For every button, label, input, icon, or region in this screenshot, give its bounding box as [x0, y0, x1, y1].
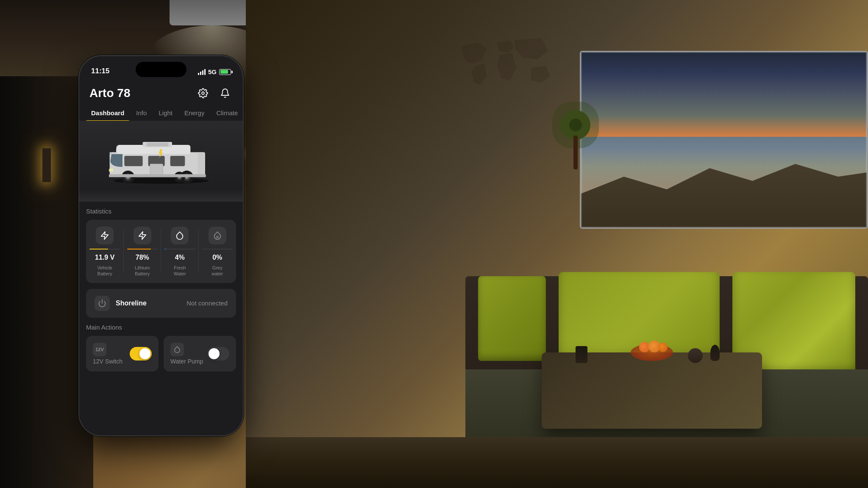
status-icons: 5G: [198, 68, 231, 75]
tab-climate[interactable]: Climate: [211, 106, 243, 121]
svg-rect-3: [198, 152, 205, 176]
phone-frame: 11:15 5G Arto 78: [78, 55, 244, 436]
dynamic-island: [136, 62, 186, 77]
shoreline-card[interactable]: Shoreline Not connected: [86, 289, 236, 318]
statistics-grid: 11.9 V VehicleBattery 78%: [86, 220, 236, 283]
shoreline-label: Shoreline: [116, 299, 147, 307]
battery-icon: [219, 69, 231, 75]
lithium-battery-label: LithiumBattery: [135, 265, 150, 277]
svg-rect-7: [170, 156, 185, 166]
water-pump-info: Water Pump: [170, 343, 203, 365]
svg-rect-21: [146, 143, 168, 147]
shoreline-power-icon: [98, 299, 106, 308]
lithium-battery-progress-bar: [127, 249, 158, 250]
tab-energy[interactable]: Energy: [179, 106, 210, 121]
12v-toggle[interactable]: [130, 347, 152, 360]
12v-switch-label: 12V Switch: [93, 358, 122, 365]
water-pump-label: Water Pump: [170, 358, 203, 365]
svg-marker-23: [139, 232, 146, 239]
vehicle-battery-label: VehicleBattery: [97, 265, 112, 277]
app-content: Arto 78: [79, 79, 243, 435]
lithium-battery-value: 78%: [136, 254, 149, 261]
stat-vehicle-battery[interactable]: 11.9 V VehicleBattery: [86, 220, 124, 283]
water-pump-icon: [170, 343, 184, 356]
battery-fill: [220, 70, 228, 74]
vehicle-battery-icon: [96, 227, 114, 244]
main-actions-section: Main Actions 12V 12V Switch: [79, 318, 243, 372]
water-pump-toggle-knob: [209, 348, 220, 359]
12v-toggle-knob: [139, 348, 150, 359]
action-water-pump[interactable]: Water Pump: [164, 336, 236, 372]
signal-bar-4: [204, 69, 206, 75]
water-pump-toggle[interactable]: [207, 347, 229, 360]
gear-icon: [198, 88, 208, 98]
svg-rect-5: [124, 156, 142, 166]
shoreline-status: Not connected: [186, 299, 228, 307]
floor: [246, 437, 868, 488]
status-time: 11:15: [91, 67, 109, 75]
nav-tabs: Dashboard Info Light Energy Climate Wa..…: [79, 106, 243, 121]
statistics-title: Statistics: [86, 208, 236, 215]
12v-icon-area: 12V: [93, 343, 122, 356]
12v-icon-text: 12V: [95, 347, 104, 352]
dining-table: [542, 352, 762, 429]
rv-image-area: [79, 121, 243, 202]
lightning-icon-2: [138, 231, 147, 240]
rv-illustration: [106, 132, 216, 191]
shoreline-icon: [95, 296, 110, 311]
tab-info[interactable]: Info: [131, 106, 152, 121]
vehicle-battery-progress-bar: [89, 249, 120, 250]
tab-light[interactable]: Light: [153, 106, 178, 121]
settings-button[interactable]: [195, 86, 211, 101]
bell-icon: [220, 88, 230, 98]
stat-fresh-water[interactable]: 4% FreshWater: [161, 220, 199, 283]
fresh-water-progress-bar: [164, 249, 195, 250]
header-icons: [195, 86, 233, 101]
grey-water-progress-bar: [202, 249, 233, 250]
water-pump-icon-area: [170, 343, 203, 356]
world-map-decoration: [453, 34, 571, 102]
lightning-icon-1: [100, 231, 109, 240]
vehicle-battery-value: 11.9 V: [95, 254, 114, 261]
vehicle-battery-fill: [89, 249, 108, 250]
fresh-water-label: FreshWater: [174, 265, 186, 277]
svg-rect-19: [109, 169, 113, 172]
fresh-water-icon: [171, 227, 189, 244]
signal-icon: [198, 69, 206, 75]
fresh-water-fill: [164, 249, 166, 250]
water-drop-icon-1: [175, 231, 184, 240]
svg-point-0: [202, 92, 204, 94]
app-title: Arto 78: [89, 86, 130, 100]
action-12v-switch[interactable]: 12V 12V Switch: [86, 336, 159, 372]
water-drop-icon-2: [213, 231, 222, 240]
grey-water-label: Greywater: [211, 265, 223, 277]
grey-water-value: 0%: [212, 254, 222, 261]
app-header: Arto 78: [79, 79, 243, 106]
svg-marker-22: [101, 232, 108, 239]
grey-water-icon: [209, 227, 226, 244]
tab-dashboard[interactable]: Dashboard: [86, 106, 129, 121]
svg-rect-8: [150, 164, 163, 175]
panoramic-window: [580, 51, 868, 229]
signal-bar-3: [202, 70, 203, 75]
ceiling-light: [170, 0, 254, 25]
lithium-battery-icon: [134, 227, 151, 244]
plant-1: [563, 119, 588, 169]
wall-sconce: [42, 148, 51, 182]
signal-bar-1: [198, 73, 199, 75]
12v-icon: 12V: [93, 343, 106, 356]
svg-rect-18: [109, 174, 206, 177]
stat-lithium-battery[interactable]: 78% LithiumBattery: [124, 220, 161, 283]
notification-button[interactable]: [217, 86, 233, 101]
phone-device: 11:15 5G Arto 78: [78, 55, 244, 436]
main-actions-title: Main Actions: [86, 324, 236, 331]
network-type: 5G: [208, 68, 217, 75]
pump-icon: [173, 346, 181, 353]
stat-grey-water[interactable]: 0% Greywater: [199, 220, 236, 283]
12v-switch-info: 12V 12V Switch: [93, 343, 122, 365]
signal-bar-2: [200, 72, 201, 75]
statistics-section: Statistics 11.9 V VehicleBatte: [79, 202, 243, 283]
actions-grid: 12V 12V Switch: [86, 336, 236, 372]
fresh-water-value: 4%: [175, 254, 185, 261]
sofa-cushion-left: [478, 276, 546, 361]
